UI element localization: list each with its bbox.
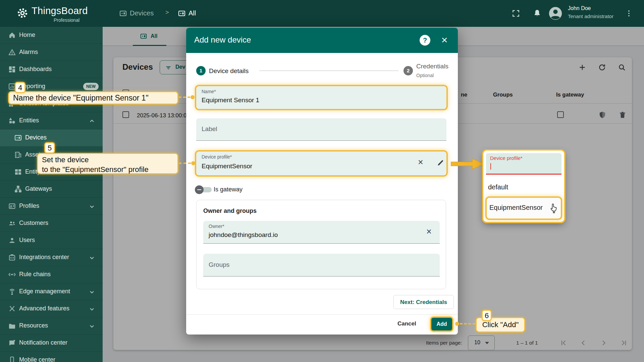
breadcrumb-devices[interactable]: Devices: [130, 9, 154, 17]
sidebar-item-rule-chains[interactable]: Rule chains: [0, 266, 103, 283]
annotation-6-connector: [460, 323, 475, 324]
breadcrumb-all[interactable]: All: [189, 9, 196, 17]
annotation-6-badge: 6: [482, 310, 492, 321]
field-underline: [196, 140, 446, 141]
chevron-down-icon: [88, 254, 96, 262]
sidebar-item-label: Resources: [19, 322, 48, 329]
cancel-button[interactable]: Cancel: [397, 320, 416, 327]
fullscreen-icon[interactable]: [512, 9, 520, 18]
sidebar-item-integrations-center[interactable]: Integrations center: [0, 249, 103, 266]
help-icon[interactable]: ?: [420, 35, 430, 46]
breadcrumb-separator: >: [165, 9, 169, 16]
field-underline: [203, 276, 440, 277]
dropdown-option-label: EquipmentSensor: [489, 204, 543, 212]
annotation-6-dot: [455, 322, 459, 326]
sidebar-item-edge-management[interactable]: Edge management: [0, 283, 103, 300]
sidebar-item-mobile-center[interactable]: Mobile center: [0, 352, 103, 362]
step-2-circle: 2: [404, 66, 413, 75]
annotation-5-connector: [179, 163, 191, 164]
sidebar-item-label: Devices: [25, 134, 47, 141]
is-gateway-toggle-thumb[interactable]: [195, 185, 204, 194]
annotation-5-box: Set the device to the "EquipmentSensor" …: [37, 153, 178, 174]
kebab-menu-icon[interactable]: [625, 9, 633, 18]
top-bar: ThingsBoard Professional Devices > All J…: [0, 0, 644, 27]
sidebar-item-customers[interactable]: Customers: [0, 215, 103, 232]
sidebar-item-label: Alarms: [19, 49, 38, 56]
thingsboard-logo-icon: [16, 7, 29, 19]
gateways-icon: [14, 185, 22, 193]
profiles-badge-icon: [8, 202, 16, 210]
sidebar-item-advanced-features[interactable]: Advanced features: [0, 300, 103, 317]
thingsboard-app: ThingsBoard Professional Devices > All J…: [0, 0, 644, 362]
groups-field[interactable]: Groups: [203, 254, 440, 277]
step-1-label: Device details: [209, 67, 249, 75]
notifications-bell-icon[interactable]: [533, 9, 542, 18]
step-2-label: Credentials: [416, 63, 448, 70]
annotation-5-line2: to the "EquipmentSensor" profile: [42, 165, 177, 174]
annotation-4-dot: [191, 95, 195, 99]
annotation-5-badge: 5: [44, 142, 55, 154]
annotation-5-line1: Set the device: [42, 155, 177, 165]
close-icon[interactable]: ×: [438, 33, 450, 47]
rule-chains-icon: [8, 270, 16, 279]
add-button[interactable]: Add: [431, 318, 452, 330]
yellow-arrow: [451, 158, 485, 170]
owner-groups-title: Owner and groups: [203, 207, 257, 215]
sidebar-item-dashboards[interactable]: Dashboards: [0, 61, 103, 78]
app-title: ThingsBoard: [32, 5, 88, 16]
user-name: John Doe: [568, 5, 591, 11]
sidebar-item-label: Customers: [19, 220, 48, 227]
customers-icon: [8, 219, 16, 227]
dropdown-option-default[interactable]: default: [488, 183, 508, 191]
hand-cursor-icon: [549, 202, 558, 214]
add-new-device-dialog: Add new device ? × 1 Device details 2 Cr…: [186, 28, 458, 335]
clear-icon[interactable]: ×: [425, 228, 433, 236]
user-avatar[interactable]: [548, 6, 563, 21]
clear-icon[interactable]: ×: [416, 158, 425, 167]
chevron-down-icon: [88, 322, 96, 330]
chevron-down-icon: [88, 202, 96, 210]
sidebar-item-users[interactable]: Users: [0, 232, 103, 249]
sidebar-item-label: Edge management: [19, 288, 70, 295]
sidebar-item-label: Rule chains: [19, 271, 51, 278]
sidebar-item-entities[interactable]: Entities: [0, 112, 103, 129]
step-2-sublabel: Optional: [416, 73, 434, 78]
entities-icon: [8, 117, 16, 125]
device-profile-field[interactable]: Device profile* EquipmentSensor ×: [196, 152, 446, 175]
sidebar-item-profiles[interactable]: Profiles: [0, 198, 103, 215]
owner-field[interactable]: Owner* johndoe@thingsboard.io ×: [203, 221, 440, 244]
field-underline: [203, 243, 440, 244]
sidebar-item-gateways[interactable]: Gateways: [0, 181, 103, 198]
profile-search-input[interactable]: Device profile*: [486, 153, 561, 174]
text-cursor: [490, 163, 491, 170]
is-gateway-label: Is gateway: [214, 186, 243, 193]
label-field[interactable]: Label: [196, 118, 446, 141]
name-field[interactable]: Name* Equipment Sensor 1: [196, 86, 446, 109]
name-field-value: Equipment Sensor 1: [202, 97, 259, 104]
owner-groups-card: Owner and groups Owner* johndoe@thingsbo…: [196, 200, 446, 289]
sidebar-item-notification-center[interactable]: Notification center: [0, 335, 103, 352]
alarm-warning-icon: [8, 48, 16, 56]
stepper-line: [259, 70, 398, 71]
dashboards-icon: [8, 65, 16, 73]
next-credentials-button[interactable]: Next: Credentials: [393, 295, 454, 309]
chevron-up-icon: [88, 117, 96, 125]
devices-icon: [119, 9, 127, 17]
edit-pencil-icon[interactable]: [436, 159, 444, 167]
sidebar-item-resources[interactable]: Resources: [0, 317, 103, 335]
integrations-icon: [8, 253, 16, 261]
assets-icon: [14, 151, 22, 159]
tools-icon: [8, 305, 16, 313]
user-role: Tenant administrator: [568, 13, 613, 19]
name-field-label: Name*: [202, 89, 216, 94]
sidebar-item-label: Advanced features: [19, 305, 69, 312]
user-icon: [8, 236, 16, 244]
error-underline: [486, 174, 561, 175]
dropdown-field-label: Device profile*: [490, 155, 523, 161]
footer-divider: [186, 314, 458, 315]
home-icon: [8, 31, 16, 39]
mobile-phone-icon: [8, 356, 16, 362]
sidebar-item-home[interactable]: Home: [0, 27, 103, 44]
sidebar-item-alarms[interactable]: Alarms: [0, 44, 103, 61]
new-badge: NEW: [83, 83, 99, 90]
